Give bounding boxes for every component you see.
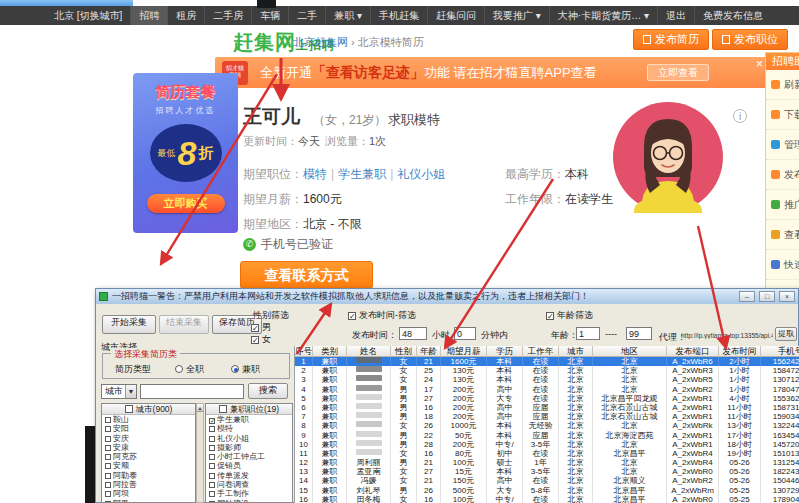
search-input[interactable] (140, 384, 244, 399)
table-header-cell[interactable]: 年龄 (417, 346, 441, 357)
city-list-item[interactable]: 阿拉善 (102, 480, 195, 489)
post-resume-button[interactable]: 发布简历 (633, 29, 709, 50)
nav-item[interactable]: 兼职 ▾ (325, 6, 370, 25)
nav-item[interactable]: 我要推广 ▾ (484, 6, 549, 25)
helper-panel-item[interactable]: 管理职位 (766, 130, 799, 160)
nav-item[interactable]: 车辆 (251, 6, 288, 25)
banner-close-icon[interactable]: × (756, 57, 763, 71)
table-header-cell[interactable]: 学历 (487, 346, 523, 357)
table-row[interactable]: 9兼职男2250元本科应届北京北京海淀西苑A_2xWbR117小时1634549… (295, 431, 799, 440)
table-header-cell[interactable]: 性别 (391, 346, 417, 357)
nav-item[interactable]: 招聘 (130, 6, 167, 25)
category-checkbox-icon[interactable] (209, 491, 215, 497)
category-all-checkbox-icon[interactable] (219, 405, 227, 413)
table-row[interactable]: 7兼职男18200元高中应届北京北京石景山古城A_2xWbR111小时15903… (295, 412, 799, 421)
expected-job-link[interactable]: 礼仪小姐 (397, 167, 445, 181)
gender-female-checkbox[interactable]: 女 (251, 333, 271, 346)
table-header-cell[interactable]: 城市 (559, 346, 593, 357)
table-row[interactable]: 6兼职男16200元高中应届北京北京石景山古城A_2xWbR111小时15873… (295, 403, 799, 412)
expected-job-link[interactable]: 模特 (303, 167, 327, 181)
category-checkbox-icon[interactable] (209, 473, 215, 479)
table-header-cell[interactable]: 序号 (295, 346, 313, 357)
city-list-header[interactable]: 城市(900) (102, 404, 195, 415)
breadcrumb-site-link[interactable]: 北京赶集网 (293, 36, 348, 48)
time-filter-checkbox[interactable]: 发布时间-筛选 (348, 309, 416, 322)
city-checkbox-icon[interactable] (105, 454, 111, 460)
table-row[interactable]: 16兼职田冬梅女16100元中专/在读北京北京昌平A_2xWbR005-2517… (295, 495, 799, 503)
city-dropdown[interactable]: 城市▼ (101, 384, 137, 399)
buy-now-button[interactable]: 立即购买 (147, 194, 225, 213)
city-listbox[interactable]: 城市(900) 鞍山安阳安庆安康阿克苏安顺阿勒泰阿拉善阿坝阿里阿拉尔澳门 (101, 403, 196, 503)
helper-panel-item[interactable]: 快速招聘 (766, 250, 799, 280)
table-row[interactable]: 10兼职男28200元中专/3-5年北京北京A_2xWbR118小时145720… (295, 440, 799, 449)
nav-item[interactable]: 北京 [切换城市] (46, 6, 130, 25)
city-list-item[interactable]: 安庆 (102, 434, 195, 443)
window-titlebar[interactable]: 一招聘猫一警告：严禁用户利用本网站和开发之软件模拟抓取他人求职信息，以及批量贩卖… (96, 289, 798, 304)
table-header-cell[interactable]: 姓名 (347, 346, 391, 357)
table-row[interactable]: 14兼职冯媛女21150元高中在读北京北京顺义A_2xWbR205-261504… (295, 476, 799, 485)
proxy-fetch-button[interactable]: 提取 (775, 327, 797, 341)
age-to-input[interactable] (626, 327, 652, 340)
city-list-item[interactable]: 阿克苏 (102, 452, 195, 461)
category-checkbox-icon[interactable] (209, 418, 215, 424)
nav-item[interactable]: 免费发布信息 (694, 6, 771, 25)
category-checkbox-icon[interactable] (209, 482, 215, 488)
category-list-item[interactable]: 摄影师 (206, 443, 292, 452)
city-checkbox-icon[interactable] (105, 473, 111, 479)
table-row[interactable]: 4兼职男17200元高中在读北京北京A_2xWbR21小时17804721 (295, 385, 799, 394)
city-list-item[interactable]: 鞍山 (102, 415, 195, 424)
category-list-item[interactable]: 促销员 (206, 461, 292, 470)
age-filter-checkbox[interactable]: 年龄筛选 (546, 309, 593, 322)
table-row[interactable]: 1兼职女211600元本科在读北京北京A_2xWbR62小时15624276 (295, 357, 799, 366)
scroll-up-icon[interactable]: ▲ (197, 404, 203, 412)
helper-panel-item[interactable]: 发布职位 (766, 160, 799, 190)
table-row[interactable]: 3兼职女24130元本科在读北京北京A_2xWbR51小时13071278 (295, 375, 799, 384)
nav-item[interactable]: 手机赶集 (370, 6, 427, 25)
helper-panel-item[interactable]: 刷新职位 (766, 70, 799, 100)
resume-table[interactable]: 序号类别姓名性别年龄期望月薪学历工作年城市地区发布端口发布时间手机号 1兼职女2… (294, 346, 799, 503)
helper-panel-item[interactable]: 下载简历 (766, 100, 799, 130)
table-header-cell[interactable]: 发布时间 (719, 346, 761, 357)
city-all-checkbox-icon[interactable] (125, 405, 133, 413)
category-list-item[interactable]: 传单派发 (206, 471, 292, 480)
time-minutes-input[interactable] (454, 327, 476, 340)
table-row[interactable]: 11兼职女1680元初中在读北京北京昌平A_2xWbR419小时15101330 (295, 449, 799, 458)
city-checkbox-icon[interactable] (105, 463, 111, 469)
table-header-cell[interactable]: 类别 (313, 346, 347, 357)
table-row[interactable]: 5兼职男27200元大专在读北京北京昌平回龙观A_2xWbR14小时155362… (295, 394, 799, 403)
helper-panel-item[interactable]: 推广职位 (766, 190, 799, 220)
search-button[interactable]: 搜索 (248, 383, 288, 399)
category-list-item[interactable]: 小时工钟点工 (206, 452, 292, 461)
city-list-item[interactable]: 阿里 (102, 499, 195, 503)
category-list-item[interactable]: 手工制作 (206, 489, 292, 498)
city-checkbox-icon[interactable] (105, 436, 111, 442)
fulltime-radio[interactable]: 全职 (175, 363, 204, 376)
table-row[interactable]: 8兼职女261000元本科无经验北京北京A_2xWbRk13小时13224442 (295, 421, 799, 430)
city-list-scrollbar[interactable]: ▲ (196, 403, 204, 503)
nav-item[interactable]: 二手 (288, 6, 325, 25)
category-list-item[interactable]: 模特 (206, 424, 292, 433)
banner-view-button[interactable]: 立即查看 (647, 64, 709, 81)
category-checkbox-icon[interactable] (209, 463, 215, 469)
city-list-item[interactable]: 阿坝 (102, 489, 195, 498)
table-header-cell[interactable]: 地区 (593, 346, 667, 357)
age-from-input[interactable] (576, 327, 600, 340)
category-checkbox-icon[interactable] (209, 426, 215, 432)
category-checkbox-icon[interactable] (209, 436, 215, 442)
nav-item[interactable]: 租房 (167, 6, 204, 25)
parttime-radio[interactable]: 兼职 (231, 363, 260, 376)
nav-item[interactable]: 大神·卡期货黄历… ▾ (549, 6, 657, 25)
table-header-cell[interactable]: 期望月薪 (441, 346, 487, 357)
nav-item[interactable]: 退出 (657, 6, 694, 25)
table-header-cell[interactable]: 工作年 (523, 346, 559, 357)
category-checkbox-icon[interactable] (209, 445, 215, 451)
time-hours-input[interactable] (399, 327, 427, 340)
category-list-item[interactable]: 网站建设 (206, 499, 292, 503)
city-list-item[interactable]: 安顺 (102, 461, 195, 470)
city-checkbox-icon[interactable] (105, 445, 111, 451)
table-row[interactable]: 13兼职孟亚南女2715元本科3-5年北京北京A_2xWbR005-261822… (295, 467, 799, 476)
start-collect-button[interactable]: 开始采集 (102, 315, 156, 334)
maximize-button[interactable]: □ (759, 291, 775, 302)
category-listbox[interactable]: 兼职职位(19) 学生兼职模特礼仪小姐摄影师小时工钟点工促销员传单派发问卷调查手… (205, 403, 293, 503)
city-checkbox-icon[interactable] (105, 426, 111, 432)
